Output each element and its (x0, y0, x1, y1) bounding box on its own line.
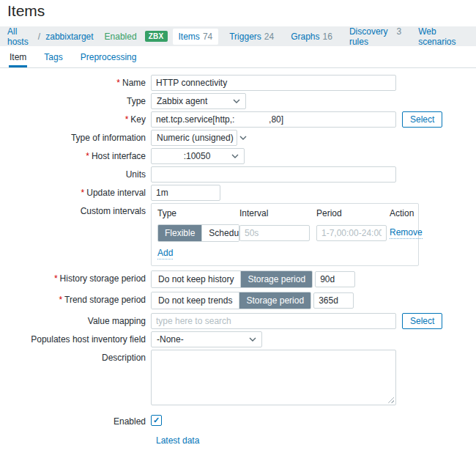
chevron-down-icon (231, 154, 239, 158)
form-row-trend-storage: Trend storage period Do not keep trends … (0, 292, 476, 309)
chevron-down-icon (233, 99, 240, 103)
ci-interval-input[interactable] (239, 225, 310, 241)
history-storage-toggle: Do not keep history Storage period (151, 270, 313, 288)
form-row-host-interface: Host interface :10050 (0, 148, 476, 164)
history-storage-period-button[interactable]: Storage period (241, 271, 312, 287)
host-tab-items-label: Items (179, 32, 200, 42)
trend-do-not-keep-button[interactable]: Do not keep trends (152, 292, 239, 309)
page-title: Items (0, 0, 476, 26)
tab-tags[interactable]: Tags (43, 46, 63, 67)
tab-preprocessing[interactable]: Preprocessing (80, 46, 138, 67)
description-textarea[interactable] (151, 350, 396, 405)
form-row-units: Units (0, 166, 476, 183)
inventory-field-label: Populates host inventory field (0, 331, 151, 345)
units-input[interactable] (151, 166, 396, 183)
host-interface-label: Host interface (0, 148, 151, 161)
host-tab-graphs-label: Graphs (291, 32, 319, 42)
description-label: Description (0, 350, 151, 363)
type-label: Type (0, 93, 151, 106)
ci-header-period: Period (316, 208, 390, 219)
host-tab-triggers-label: Triggers (229, 32, 261, 42)
zbx-agent-badge: ZBX (145, 31, 168, 42)
form-row-update-interval: Update interval (0, 185, 476, 201)
ci-type-toggle: Flexible Scheduling (157, 224, 239, 242)
form-row-type: Type Zabbix agent (0, 93, 476, 109)
type-of-information-label: Type of information (0, 130, 151, 143)
tab-item[interactable]: Item (9, 46, 27, 67)
item-form-tabs: Item Tags Preprocessing (0, 46, 476, 68)
trend-storage-label: Trend storage period (0, 292, 151, 305)
ci-period-input[interactable] (316, 225, 387, 241)
latest-data-row: Latest data (156, 435, 476, 446)
type-of-information-select[interactable]: Numeric (unsigned) (151, 130, 237, 146)
host-tab-triggers-count: 24 (264, 32, 274, 42)
breadcrumb-host-link[interactable]: zabbixtarget (45, 32, 93, 42)
inventory-field-select[interactable]: -None- (151, 331, 262, 347)
enabled-label: Enabled (0, 413, 151, 427)
enabled-checkbox[interactable]: ✓ (151, 415, 162, 426)
host-tab-items-count: 74 (203, 32, 212, 42)
form-row-name: Name (0, 75, 476, 91)
type-of-information-select-value: Numeric (unsigned) (157, 133, 234, 143)
ci-add-link[interactable]: Add (157, 248, 173, 259)
custom-intervals-label: Custom intervals (0, 203, 151, 216)
host-tab-graphs[interactable]: Graphs 16 (285, 29, 338, 45)
update-interval-input[interactable] (151, 185, 220, 201)
custom-intervals-table: Type Interval Period Action Flexible Sch… (151, 203, 419, 266)
trend-storage-input[interactable] (313, 292, 354, 309)
form-row-description: Description (0, 350, 476, 408)
trend-storage-period-button[interactable]: Storage period (239, 292, 310, 309)
value-mapping-select-button[interactable]: Select (402, 313, 442, 329)
history-do-not-keep-button[interactable]: Do not keep history (152, 271, 241, 287)
type-select-value: Zabbix agent (157, 96, 207, 106)
inventory-field-select-value: -None- (157, 334, 184, 345)
form-row-custom-intervals: Custom intervals Type Interval Period Ac… (0, 203, 476, 266)
name-input[interactable] (151, 75, 396, 91)
ci-header-action: Action (390, 208, 423, 219)
ci-type-flexible-button[interactable]: Flexible (158, 225, 202, 241)
item-form: Name Type Zabbix agent Key Select Type o… (0, 68, 476, 453)
form-row-inventory-field: Populates host inventory field -None- (0, 331, 476, 347)
name-label: Name (0, 75, 151, 88)
host-tab-graphs-count: 16 (323, 32, 332, 42)
breadcrumb-all-hosts-link[interactable]: All hosts (7, 26, 33, 47)
key-select-button[interactable]: Select (402, 111, 442, 128)
form-row-type-of-information: Type of information Numeric (unsigned) (0, 130, 476, 146)
host-status-enabled: Enabled (105, 32, 137, 42)
key-input[interactable] (151, 111, 396, 128)
form-row-enabled: Enabled ✓ (0, 413, 476, 427)
chevron-down-icon (239, 136, 247, 140)
host-tab-web-scenarios-label: Web scenarios (418, 26, 463, 47)
ci-remove-link[interactable]: Remove (390, 228, 423, 239)
value-mapping-input[interactable] (151, 313, 396, 329)
history-storage-input[interactable] (315, 271, 355, 287)
ci-header-type: Type (157, 208, 239, 219)
chevron-down-icon (249, 337, 256, 342)
units-label: Units (0, 166, 151, 180)
host-tab-discovery-rules-count: 3 (396, 26, 401, 37)
host-navigation-bar: All hosts / zabbixtarget Enabled ZBX Ite… (0, 26, 476, 46)
form-row-key: Key Select (0, 111, 476, 128)
value-mapping-label: Value mapping (0, 313, 151, 326)
host-tab-triggers[interactable]: Triggers 24 (223, 29, 280, 45)
update-interval-label: Update interval (0, 185, 151, 198)
breadcrumb-separator: / (37, 32, 42, 42)
host-tab-discovery-rules-label: Discovery rules (349, 26, 394, 47)
latest-data-link[interactable]: Latest data (156, 435, 199, 446)
type-select[interactable]: Zabbix agent (151, 93, 246, 109)
ci-header-interval: Interval (239, 208, 316, 219)
host-tab-items[interactable]: Items 74 (173, 29, 219, 45)
host-interface-select-value: :10050 (157, 151, 210, 161)
form-row-value-mapping: Value mapping Select (0, 313, 476, 329)
key-label: Key (0, 111, 151, 125)
form-row-history-storage: History storage period Do not keep histo… (0, 270, 476, 288)
history-storage-label: History storage period (0, 270, 151, 284)
ci-type-scheduling-button[interactable]: Scheduling (202, 225, 239, 241)
host-interface-select[interactable]: :10050 (151, 148, 245, 164)
trend-storage-toggle: Do not keep trends Storage period (151, 292, 311, 309)
